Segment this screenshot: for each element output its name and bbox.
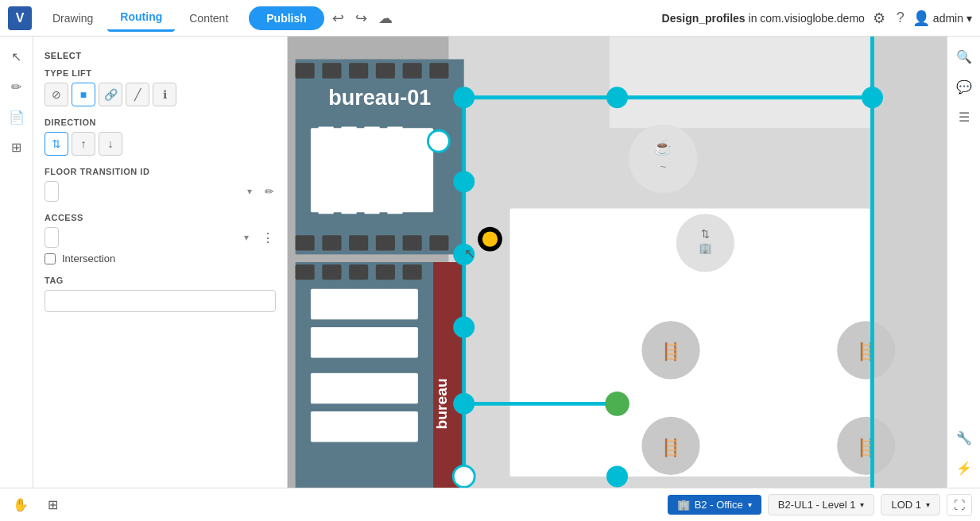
left-icon-sidebar: ↖ ✏ 📄 ⊞: [0, 37, 33, 488]
svg-rect-38: [870, 37, 947, 488]
type-lift-label: TYPE LIFT: [45, 68, 276, 78]
svg-point-71: [482, 231, 498, 246]
floor-transition-select[interactable]: [45, 181, 59, 202]
svg-point-69: [428, 130, 449, 152]
svg-point-61: [606, 87, 628, 108]
svg-rect-23: [364, 208, 379, 214]
username-label: admin: [933, 12, 963, 25]
svg-rect-11: [322, 235, 341, 250]
lightning-icon-button[interactable]: ⚡: [951, 454, 978, 481]
tools-icon-button[interactable]: 🔧: [951, 424, 978, 451]
tag-input[interactable]: [45, 290, 276, 312]
svg-rect-32: [311, 289, 418, 320]
hand-tool-button[interactable]: ✋: [8, 492, 33, 518]
svg-point-73: [453, 465, 475, 487]
svg-text:↖: ↖: [464, 245, 475, 261]
svg-rect-28: [322, 264, 341, 280]
cursor-tool-button[interactable]: ↖: [3, 43, 30, 70]
direction-label: DIRECTION: [45, 118, 276, 127]
type-btn-info[interactable]: ℹ: [153, 83, 176, 106]
access-more-button[interactable]: ⋮: [260, 229, 276, 247]
svg-rect-24: [387, 208, 402, 214]
floor-transition-row: ✏: [45, 181, 276, 202]
svg-rect-18: [341, 126, 356, 133]
svg-rect-4: [296, 63, 315, 78]
svg-rect-22: [341, 208, 356, 214]
svg-rect-8: [403, 63, 422, 78]
map-area[interactable]: bureau-01: [288, 37, 947, 488]
publish-button[interactable]: Publish: [249, 6, 324, 30]
type-btn-square[interactable]: ■: [72, 83, 95, 106]
document-tool-button[interactable]: 📄: [3, 103, 30, 130]
tab-drawing[interactable]: Drawing: [40, 6, 106, 31]
level-chevron-icon: ▾: [860, 500, 864, 509]
layers-tool-button[interactable]: ⊞: [3, 133, 30, 160]
user-menu[interactable]: 👤 admin ▾: [912, 10, 972, 27]
svg-rect-39: [610, 37, 870, 128]
comments-icon-button[interactable]: 💬: [951, 73, 978, 100]
help-button[interactable]: ?: [893, 6, 908, 29]
floor-transition-edit-button[interactable]: ✏: [263, 183, 276, 199]
svg-rect-15: [429, 235, 448, 250]
cloud-button[interactable]: ☁: [375, 6, 396, 30]
access-select-wrapper: [45, 227, 255, 248]
right-sidebar: 🔍 💬 ☰ 🔧 ⚡: [947, 37, 980, 488]
svg-text:bureau-01: bureau-01: [328, 86, 431, 110]
svg-rect-20: [387, 126, 402, 133]
floor-icon: 🏢: [677, 499, 690, 511]
svg-rect-30: [376, 264, 395, 280]
access-group: ACCESS ⋮ Intersection: [45, 213, 276, 264]
access-select[interactable]: [45, 227, 59, 248]
level-label: B2-UL1 - Level 1: [778, 499, 856, 511]
svg-rect-14: [403, 235, 422, 250]
type-btn-ban[interactable]: ⊘: [45, 83, 68, 106]
project-title: Design_profiles in com.visioglobe.demo: [662, 12, 865, 25]
svg-point-62: [453, 171, 475, 192]
svg-text:☕: ☕: [653, 138, 673, 156]
intersection-label[interactable]: Intersection: [62, 253, 115, 264]
main-content: ↖ ✏ 📄 ⊞ SELECT TYPE LIFT ⊘ ■ 🔗 ╱ ℹ DIREC…: [0, 37, 980, 488]
intersection-checkbox-row: Intersection: [45, 253, 276, 264]
svg-point-68: [606, 465, 628, 487]
floor-transition-select-wrapper: [45, 181, 258, 202]
fullscreen-button[interactable]: ⛶: [947, 494, 972, 516]
lod-chevron-icon: ▾: [926, 500, 930, 509]
access-label: ACCESS: [45, 213, 276, 222]
svg-rect-26: [433, 262, 464, 488]
topbar-tabs: Drawing Routing Content: [40, 4, 241, 32]
dir-btn-both[interactable]: ⇅: [45, 132, 68, 156]
undo-button[interactable]: ↩: [329, 6, 347, 30]
list-icon-button[interactable]: ☰: [951, 103, 978, 130]
floor-label: B2 - Office: [695, 499, 743, 511]
select-section-title: SELECT: [45, 51, 276, 60]
type-lift-group: TYPE LIFT ⊘ ■ 🔗 ╱ ℹ: [45, 68, 276, 106]
search-icon-button[interactable]: 🔍: [951, 43, 978, 70]
svg-rect-17: [319, 126, 334, 133]
type-btn-link[interactable]: 🔗: [99, 83, 122, 106]
floor-transition-group: FLOOR TRANSITION ID ✏: [45, 167, 276, 202]
svg-rect-12: [349, 235, 368, 250]
settings-button[interactable]: ⚙: [870, 6, 889, 30]
lod-select-button[interactable]: LOD 1 ▾: [881, 494, 940, 515]
svg-rect-27: [296, 264, 315, 280]
svg-text:bureau: bureau: [434, 378, 451, 429]
dir-btn-down[interactable]: ↓: [99, 132, 122, 156]
floor-plan-button[interactable]: ⊞: [40, 492, 65, 518]
svg-rect-29: [349, 264, 368, 280]
tab-routing[interactable]: Routing: [107, 4, 175, 32]
pencil-tool-button[interactable]: ✏: [3, 73, 30, 100]
level-select-button[interactable]: B2-UL1 - Level 1 ▾: [768, 494, 875, 515]
floor-select-button[interactable]: 🏢 B2 - Office ▾: [668, 495, 761, 515]
intersection-checkbox[interactable]: [45, 253, 56, 264]
redo-button[interactable]: ↪: [352, 6, 370, 30]
type-btn-diagonal[interactable]: ╱: [126, 83, 149, 106]
dir-btn-up[interactable]: ↑: [72, 132, 95, 156]
svg-rect-35: [311, 411, 418, 442]
svg-point-59: [453, 87, 475, 108]
tab-content[interactable]: Content: [176, 6, 241, 31]
svg-text:🪜: 🪜: [660, 342, 682, 362]
user-chevron-icon: ▾: [966, 12, 972, 25]
type-lift-buttons: ⊘ ■ 🔗 ╱ ℹ: [45, 83, 276, 106]
svg-text:🏢: 🏢: [699, 241, 712, 255]
svg-rect-33: [311, 327, 418, 358]
